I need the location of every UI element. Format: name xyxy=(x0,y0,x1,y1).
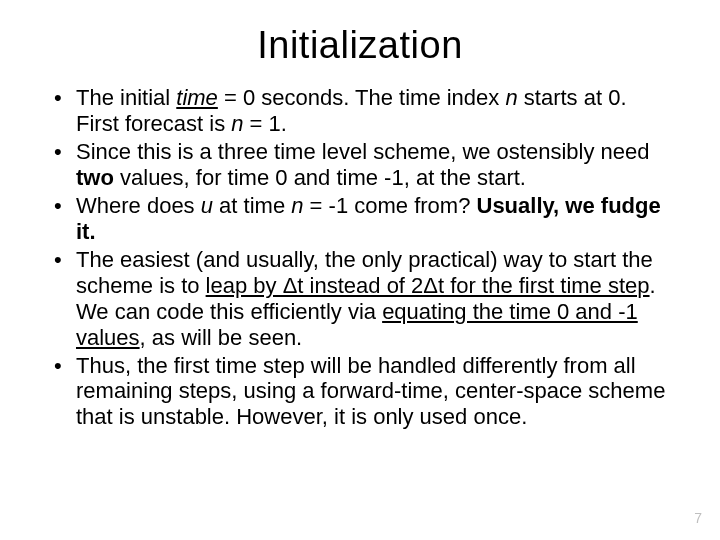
bullet-list: The initial time = 0 seconds. The time i… xyxy=(48,85,672,430)
bullet-item: The easiest (and usually, the only pract… xyxy=(48,247,672,351)
text: values, for time 0 and time -1, at the s… xyxy=(114,165,526,190)
page-number: 7 xyxy=(694,510,702,526)
text: , as will be seen. xyxy=(140,325,303,350)
text-italic: n xyxy=(231,111,243,136)
slide-body: The initial time = 0 seconds. The time i… xyxy=(0,77,720,430)
text: Where does xyxy=(76,193,201,218)
bullet-item: Thus, the first time step will be handle… xyxy=(48,353,672,431)
text: = -1 come from? xyxy=(303,193,476,218)
text-emphasis: time xyxy=(176,85,218,110)
text: The initial xyxy=(76,85,176,110)
bullet-item: Since this is a three time level scheme,… xyxy=(48,139,672,191)
slide-title: Initialization xyxy=(0,0,720,77)
text-bold: two xyxy=(76,165,114,190)
text-italic: n xyxy=(505,85,517,110)
text: = 1. xyxy=(244,111,287,136)
text-italic: n xyxy=(291,193,303,218)
text: at time xyxy=(213,193,291,218)
slide: Initialization The initial time = 0 seco… xyxy=(0,0,720,540)
bullet-item: The initial time = 0 seconds. The time i… xyxy=(48,85,672,137)
text: = 0 seconds. The time index xyxy=(218,85,506,110)
text: Thus, the first time step will be handle… xyxy=(76,353,665,430)
text-underline: leap by Δt instead of 2Δt for the first … xyxy=(206,273,650,298)
text: Since this is a three time level scheme,… xyxy=(76,139,650,164)
bullet-item: Where does u at time n = -1 come from? U… xyxy=(48,193,672,245)
text-italic: u xyxy=(201,193,213,218)
